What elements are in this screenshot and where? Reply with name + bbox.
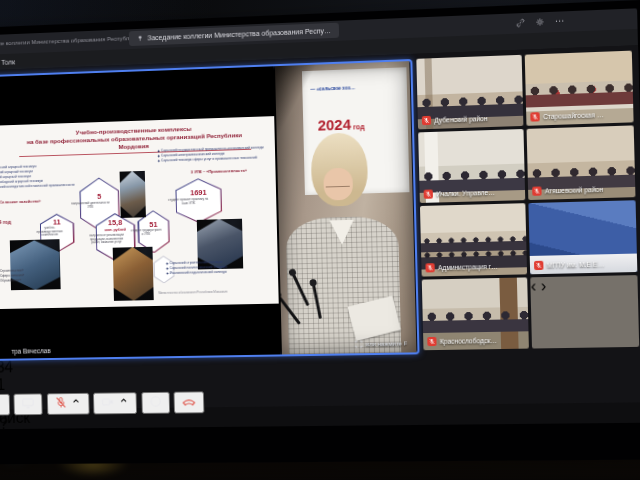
avatar-placeholder xyxy=(530,275,637,277)
screen-share-button[interactable] xyxy=(14,393,43,415)
avatar-placeholder xyxy=(530,275,637,277)
participants-grid: Дубенский район Старошайгоская … xyxy=(417,51,640,351)
hexagon-employed: 51студент трудоустроен в УПК xyxy=(137,210,170,254)
circle-icon xyxy=(149,395,162,408)
conference-main: Учебно-производственные комплексы на баз… xyxy=(0,45,640,410)
microphone-muted-button[interactable]: ⌃ xyxy=(47,393,90,415)
more-menu-icon[interactable]: ⋯ xyxy=(555,14,565,27)
monitor-bezel: Заседание коллегии Министерства образова… xyxy=(0,0,640,464)
camera-button[interactable]: ⌃ xyxy=(93,392,137,414)
carousel-next-button[interactable]: › xyxy=(540,277,546,294)
conference-controls: 34 1 xyxy=(0,349,640,429)
participant-label: Ичалки. Управле… xyxy=(424,188,495,199)
participant-label: Атяшевский район xyxy=(532,185,603,196)
mic-off-icon xyxy=(534,261,544,270)
participant-tile-administration[interactable]: Администрация г… xyxy=(420,203,527,276)
chat-unread-badge: 1 xyxy=(0,376,5,393)
participant-tile-ichalki[interactable]: Ичалки. Управле… xyxy=(418,129,525,203)
slide-other-college-list: Саранский строительный техникум Сарански… xyxy=(166,260,224,275)
copy-link-icon[interactable] xyxy=(516,18,526,28)
hexagon-upk-count: 11учебно-производственных комплексов xyxy=(39,213,74,253)
camera-options-chevron[interactable]: ⌃ xyxy=(118,396,129,411)
mic-off-icon xyxy=(530,112,540,121)
carousel-pagination[interactable] xyxy=(531,294,638,296)
slide-agro-college-list: Кадошкинский аграрный техникум Атяшевски… xyxy=(0,165,35,190)
participant-tile-atyashevo[interactable]: Атяшевский район xyxy=(527,125,636,200)
slide-industry-label: 3 УПК – «Промышленность» xyxy=(191,168,247,174)
slide-industry-college-list: Саранский государственный промышленно-эк… xyxy=(158,147,219,163)
reactions-button[interactable] xyxy=(141,392,170,414)
slide-agro-label: 5 УПК – «Сельское хозяйство» xyxy=(0,200,41,206)
pin-icon xyxy=(137,35,144,42)
hang-up-icon xyxy=(181,394,196,407)
video-vignette xyxy=(275,61,416,354)
help-button[interactable]: ? xyxy=(0,415,8,429)
screen-share-icon xyxy=(22,396,36,409)
participant-tile-staroshaygovo[interactable]: Старошайгоская … xyxy=(525,51,634,126)
presenter-name-label: тра Вячеслав xyxy=(11,347,50,354)
avatar-placeholder-grid xyxy=(530,275,637,277)
carousel-prev-button[interactable]: ‹ xyxy=(530,277,536,294)
hexagon-practice: 1691студент прошел практику на базе УПК xyxy=(175,178,222,224)
participant-label: Краснослободск… xyxy=(428,336,497,346)
speaker-video: — «сельское хоз… 2024год xyxy=(275,61,416,354)
active-speaker-stage[interactable]: Учебно-производственные комплексы на баз… xyxy=(0,59,420,361)
raise-hand-icon xyxy=(0,397,2,410)
mic-off-icon xyxy=(54,396,67,409)
fullscreen-hint: или нажмите F xyxy=(354,339,407,348)
fullscreen-icon xyxy=(354,340,362,348)
windows-desktop: Заседание коллегии Министерства образова… xyxy=(0,8,640,429)
participant-label: Дубенский район xyxy=(422,114,487,125)
participant-label: МГПУ им. М.Е.Е… xyxy=(534,259,604,270)
slide-year-badge: 2024 год xyxy=(0,219,11,225)
participant-tile-dubensky[interactable]: Дубенский район xyxy=(417,55,524,130)
leave-call-button[interactable] xyxy=(174,391,205,413)
participants-crowd xyxy=(423,310,529,333)
mic-options-chevron[interactable]: ⌃ xyxy=(71,397,82,412)
participant-tile-mgpu[interactable]: МГПУ им. М.Е.Е… xyxy=(529,200,638,274)
participants-carousel-tile: ‹ › xyxy=(530,275,639,348)
participants-crowd xyxy=(526,82,633,107)
participant-label: Старошайгоская … xyxy=(530,110,603,122)
person-silhouette xyxy=(572,220,594,251)
hexagon-money: 15,8млн. рублейполучено от реализации пр… xyxy=(95,213,136,262)
avatar-placeholder xyxy=(530,275,637,277)
camera-icon xyxy=(101,395,115,408)
settings-gear-icon[interactable] xyxy=(535,17,545,27)
participant-label: Администрация г… xyxy=(426,262,498,273)
photo-of-monitor: Заседание коллегии Министерства образова… xyxy=(0,0,640,480)
avatar-placeholder xyxy=(530,275,637,277)
tab-title: Заседание коллегии Министерства образова… xyxy=(147,27,331,41)
mic-off-icon xyxy=(426,263,435,272)
mic-off-icon xyxy=(424,189,433,198)
window-title: Заседание коллегии Министерства образова… xyxy=(0,34,148,47)
window-tools: ⋯ xyxy=(516,14,565,28)
mic-off-icon xyxy=(428,337,437,346)
slide-footer: Министерство образования Республики Морд… xyxy=(158,290,218,294)
raise-hand-button[interactable] xyxy=(0,394,10,416)
app-name: Контур Толк xyxy=(0,58,15,66)
meeting-table xyxy=(422,277,527,279)
screen-share-region: Учебно-производственные комплексы на баз… xyxy=(0,66,280,359)
participant-tile-krasnoslobodsk[interactable]: Краснослободск… xyxy=(422,277,529,350)
slide-legend: 1 УПК – «Строительство» 1 УПК – «Сфера п… xyxy=(0,268,34,283)
presentation-slide: Учебно-производственные комплексы на баз… xyxy=(0,116,279,309)
mic-off-icon xyxy=(532,186,542,195)
mic-off-icon xyxy=(422,116,431,125)
